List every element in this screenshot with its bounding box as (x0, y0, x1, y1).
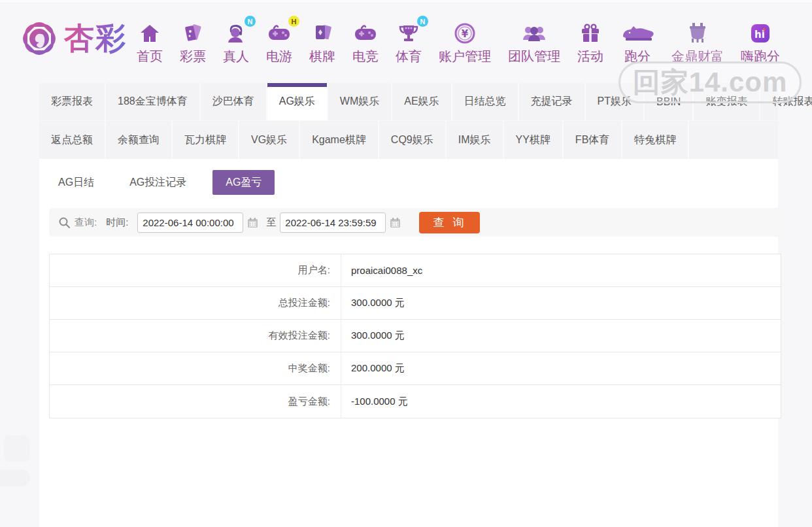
tab-transfer-report[interactable]: 转账报表 (760, 83, 812, 120)
row-label: 总投注金额: (50, 287, 341, 319)
gift-icon (580, 20, 601, 46)
row-value: proaicai0088_xc (341, 254, 781, 286)
nav-item-esports[interactable]: 电竞 (344, 20, 387, 65)
subtab-ag-daily[interactable]: AG日结 (49, 170, 103, 195)
table-row-win-amount: 中奖金额: 200.0000 元 (50, 352, 781, 385)
row-label: 有效投注金额: (50, 320, 341, 352)
end-datetime-input[interactable] (280, 212, 386, 233)
profit-loss-table: 用户名: proaicai0088_xc 总投注金额: 300.0000 元 有… (49, 254, 781, 418)
header: 杏彩 首页 彩票 (0, 3, 812, 72)
nav-item-lottery[interactable]: 彩票 (171, 20, 214, 65)
tab-rebate-total[interactable]: 返点总额 (39, 121, 106, 159)
calendar-icon-start[interactable] (247, 217, 258, 228)
row-value: 300.0000 元 (341, 320, 781, 352)
tab-vg-entertainment[interactable]: VG娱乐 (239, 121, 300, 159)
tab-ag-entertainment[interactable]: AG娱乐 (267, 83, 328, 120)
start-datetime-input[interactable] (137, 212, 243, 233)
tab-account-change-report[interactable]: 账变报表 (694, 83, 760, 120)
row-value: 200.0000 元 (341, 352, 781, 384)
nav-item-home[interactable]: 首页 (128, 20, 171, 65)
tab-bbin[interactable]: BBIN (645, 83, 694, 120)
row-value: -100.0000 元 (341, 385, 781, 418)
table-row-profit-loss: 盈亏金额: -100.0000 元 (50, 385, 781, 418)
page: 杏彩 首页 彩票 (0, 0, 812, 527)
report-tabstrip: 彩票报表 188金宝博体育 沙巴体育 AG娱乐 WM娱乐 AE娱乐 日结总览 充… (39, 83, 778, 159)
tab-row-2: 返点总额 余额查询 瓦力棋牌 VG娱乐 Kgame棋牌 CQ9娱乐 IM娱乐 Y… (39, 121, 778, 159)
tab-shaba-sports[interactable]: 沙巴体育 (201, 83, 267, 120)
floating-widget[interactable] (4, 435, 30, 462)
tab-wm-entertainment[interactable]: WM娱乐 (328, 83, 392, 120)
tab-fb-sports[interactable]: FB体育 (564, 121, 622, 159)
home-icon (139, 20, 160, 46)
nav-item-boardgames[interactable]: 棋牌 (301, 20, 344, 65)
to-label: 至 (266, 216, 276, 229)
row-label: 中奖金额: (50, 352, 341, 384)
nav-item-jinding-wealth[interactable]: 金鼎财富 (663, 20, 732, 65)
tab-balance-query[interactable]: 余额查询 (106, 121, 173, 159)
tab-yy-boardgames[interactable]: YY棋牌 (504, 121, 564, 159)
tab-cq9-entertainment[interactable]: CQ9娱乐 (379, 121, 447, 159)
cards-icon (311, 20, 333, 46)
nav-item-team-management[interactable]: 团队管理 (499, 20, 569, 65)
query-label: 查询: (75, 216, 97, 229)
calendar-icon-end[interactable] (390, 217, 401, 228)
new-badge: N (417, 16, 428, 27)
row-value: 300.0000 元 (341, 287, 781, 319)
team-icon (521, 20, 547, 46)
nav-item-live[interactable]: N 真人 (214, 20, 258, 65)
table-row-username: 用户名: proaicai0088_xc (50, 254, 781, 287)
subtab-ag-bet-records[interactable]: AG投注记录 (120, 170, 195, 195)
main-nav: 首页 彩票 (128, 20, 788, 65)
ding-vessel-icon (685, 20, 711, 46)
hot-badge: H (288, 16, 299, 27)
tab-im-entertainment[interactable]: IM娱乐 (447, 121, 504, 159)
nav-item-egames[interactable]: H 电游 (258, 20, 301, 65)
tab-daily-overview[interactable]: 日结总览 (452, 83, 519, 120)
search-icon (58, 216, 71, 229)
tab-188jinbaobo-sports[interactable]: 188金宝博体育 (106, 83, 201, 120)
tab-row-1: 彩票报表 188金宝博体育 沙巴体育 AG娱乐 WM娱乐 AE娱乐 日结总览 充… (39, 83, 778, 121)
floating-widget[interactable] (0, 469, 30, 486)
row-label: 用户名: (50, 254, 341, 286)
esports-gamepad-icon (354, 20, 377, 46)
tab-tetu-boardgames[interactable]: 特兔棋牌 (622, 121, 689, 159)
brand-flower-icon (18, 18, 60, 60)
svg-text:¥: ¥ (462, 28, 469, 40)
coin-yuan-icon: ¥ (454, 20, 476, 46)
nav-item-paofen[interactable]: 跑分 (612, 20, 663, 65)
search-bar: 查询: 时间: 至 查 询 (49, 208, 781, 237)
tab-ae-entertainment[interactable]: AE娱乐 (392, 83, 452, 120)
ag-subtabs: AG日结 AG投注记录 AG盈亏 (49, 170, 275, 195)
nav-item-account-management[interactable]: ¥ 账户管理 (430, 20, 499, 65)
gamepad-icon: H (267, 20, 291, 46)
brand-name: 杏彩 (64, 18, 127, 59)
tab-wali-boardgames[interactable]: 瓦力棋牌 (173, 121, 239, 159)
brand-logo[interactable]: 杏彩 (18, 18, 127, 60)
lottery-ticket-icon (182, 20, 204, 46)
new-badge: N (245, 16, 256, 27)
query-button[interactable]: 查 询 (419, 212, 480, 233)
time-label: 时间: (106, 216, 128, 229)
trophy-icon: N (398, 20, 420, 46)
subtab-ag-profit-loss[interactable]: AG盈亏 (212, 170, 275, 195)
nav-item-promotions[interactable]: 活动 (569, 20, 612, 65)
table-row-total-bet: 总投注金额: 300.0000 元 (50, 287, 781, 320)
row-label: 盈亏金额: (50, 385, 341, 418)
nav-item-hi-paofen[interactable]: hi 嗨跑分 (732, 20, 788, 65)
table-row-valid-bet: 有效投注金额: 300.0000 元 (50, 320, 781, 352)
live-person-icon: N (225, 20, 247, 46)
hi-app-icon: hi (749, 20, 771, 46)
tab-lottery-report[interactable]: 彩票报表 (39, 83, 106, 120)
nav-item-sports[interactable]: N 体育 (387, 20, 430, 65)
tab-pt-entertainment[interactable]: PT娱乐 (586, 83, 645, 120)
rhino-icon (620, 20, 654, 46)
tab-deposit-withdraw-records[interactable]: 充提记录 (519, 83, 586, 120)
tab-kgame-boardgames[interactable]: Kgame棋牌 (300, 121, 379, 159)
